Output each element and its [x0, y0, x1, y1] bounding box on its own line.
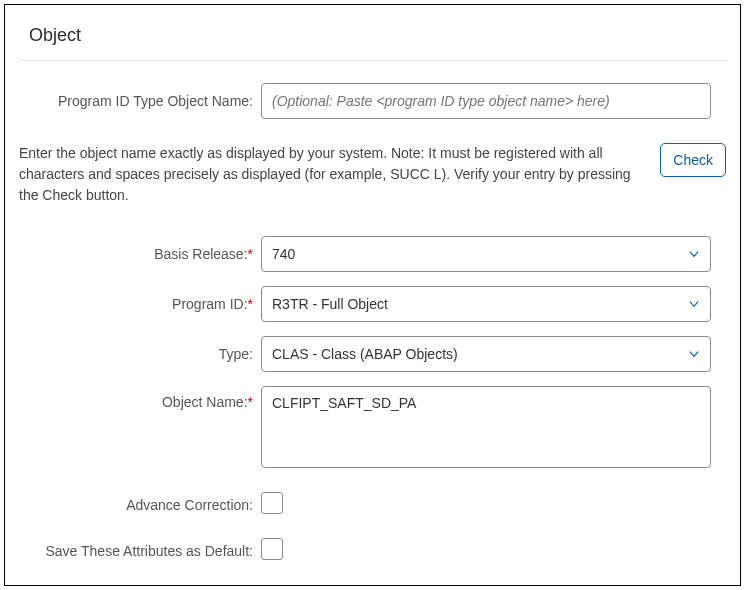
save-default-row: Save These Attributes as Default: [19, 538, 726, 564]
type-row: Type: [19, 336, 726, 372]
object-name-input[interactable] [261, 386, 711, 468]
program-id-type-object-name-label: Program ID Type Object Name: [19, 93, 261, 109]
object-name-label: Object Name:* [19, 386, 261, 410]
program-id-label: Program ID:* [19, 296, 261, 312]
type-label: Type: [19, 346, 261, 362]
check-button[interactable]: Check [660, 143, 726, 177]
save-default-label: Save These Attributes as Default: [19, 543, 261, 559]
type-select[interactable] [261, 336, 711, 372]
help-text: Enter the object name exactly as display… [19, 143, 642, 206]
program-id-value[interactable] [261, 286, 711, 322]
advance-correction-row: Advance Correction: [19, 492, 726, 518]
advance-correction-checkbox[interactable] [261, 492, 283, 514]
basis-release-label: Basis Release:* [19, 246, 261, 262]
object-panel: Object Program ID Type Object Name: Ente… [4, 4, 741, 586]
program-id-type-object-name-row: Program ID Type Object Name: [19, 83, 726, 119]
advance-correction-label: Advance Correction: [19, 497, 261, 513]
basis-release-select[interactable] [261, 236, 711, 272]
type-value[interactable] [261, 336, 711, 372]
help-row: Enter the object name exactly as display… [19, 143, 726, 206]
required-marker: * [248, 296, 253, 312]
object-name-row: Object Name:* [19, 386, 726, 472]
program-id-select[interactable] [261, 286, 711, 322]
basis-release-row: Basis Release:* [19, 236, 726, 272]
save-default-checkbox[interactable] [261, 538, 283, 560]
required-marker: * [248, 246, 253, 262]
panel-title: Object [19, 25, 726, 61]
required-marker: * [248, 394, 253, 410]
program-id-row: Program ID:* [19, 286, 726, 322]
program-id-type-object-name-input[interactable] [261, 83, 711, 119]
basis-release-value[interactable] [261, 236, 711, 272]
